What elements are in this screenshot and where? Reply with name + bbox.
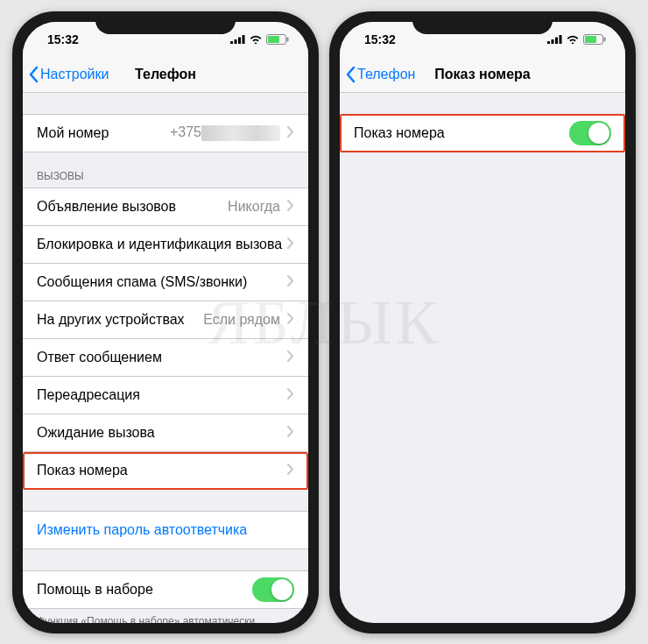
cell-label: Показ номера [354, 125, 569, 141]
chevron-right-icon [287, 425, 294, 441]
svg-rect-9 [555, 38, 558, 45]
cell-label: Объявление вызовов [37, 199, 228, 215]
show-caller-id-cell[interactable]: Показ номера [23, 452, 308, 490]
dial-assist-toggle[interactable] [252, 577, 294, 602]
chevron-right-icon [287, 387, 294, 403]
wifi-icon [566, 34, 580, 44]
announce-calls-cell[interactable]: Объявление вызовов Никогда [23, 188, 308, 226]
svg-rect-10 [560, 35, 562, 44]
page-title: Телефон [135, 67, 196, 82]
cell-value: Если рядом [203, 312, 280, 328]
cell-label: Изменить пароль автоответчика [37, 522, 294, 538]
svg-rect-3 [243, 35, 245, 44]
page-title: Показ номера [434, 67, 530, 82]
back-button[interactable]: Телефон [345, 66, 415, 83]
phone-frame-left: 15:32 Настройки Телефон Мой номер +375 В… [12, 11, 319, 633]
chevron-left-icon [345, 66, 356, 83]
respond-text-cell[interactable]: Ответ сообщением [23, 339, 308, 377]
status-time: 15:32 [47, 32, 79, 46]
chevron-right-icon [287, 199, 294, 215]
chevron-right-icon [287, 463, 294, 478]
back-button[interactable]: Настройки [28, 66, 109, 83]
back-label: Телефон [357, 67, 415, 82]
cell-label: Переадресация [37, 387, 287, 403]
settings-content[interactable]: Показ номера [340, 93, 625, 623]
settings-content[interactable]: Мой номер +375 ВЫЗОВЫ Объявление вызовов… [23, 93, 308, 623]
dial-assist-cell: Помощь в наборе [23, 570, 308, 609]
section-header-calls: ВЫЗОВЫ [23, 152, 308, 188]
svg-rect-8 [552, 39, 554, 44]
battery-icon [583, 34, 606, 45]
cell-label: Сообщения спама (SMS/звонки) [37, 274, 287, 290]
dial-assist-footer: Функция «Помощь в наборе» автоматически … [23, 609, 308, 623]
nav-bar: Настройки Телефон [23, 57, 308, 93]
cell-value: Никогда [228, 199, 280, 215]
svg-rect-13 [604, 37, 606, 41]
spam-cell[interactable]: Сообщения спама (SMS/звонки) [23, 264, 308, 301]
cell-label: Ответ сообщением [37, 350, 287, 365]
my-number-cell[interactable]: Мой номер +375 [23, 114, 308, 152]
cell-label: На других устройствах [37, 312, 203, 328]
nav-bar: Телефон Показ номера [340, 57, 625, 93]
cellular-icon [547, 34, 562, 44]
chevron-right-icon [287, 274, 294, 290]
cell-label: Ожидание вызова [37, 425, 287, 441]
cell-label: Показ номера [37, 463, 287, 478]
chevron-left-icon [28, 66, 39, 83]
battery-icon [266, 34, 289, 45]
other-devices-cell[interactable]: На других устройствах Если рядом [23, 301, 308, 339]
my-number-value: +375 [170, 124, 280, 141]
notch [412, 11, 553, 34]
forwarding-cell[interactable]: Переадресация [23, 377, 308, 414]
block-id-cell[interactable]: Блокировка и идентификация вызова [23, 226, 308, 264]
chevron-right-icon [287, 350, 294, 365]
change-voicemail-password-cell[interactable]: Изменить пароль автоответчика [23, 511, 308, 549]
chevron-right-icon [287, 312, 294, 328]
svg-rect-7 [547, 41, 550, 44]
cellular-icon [230, 34, 245, 44]
chevron-right-icon [287, 237, 294, 252]
svg-rect-5 [268, 36, 279, 43]
status-icons [230, 34, 289, 45]
back-label: Настройки [40, 67, 109, 82]
status-time: 15:32 [364, 32, 396, 46]
cell-label: Помощь в наборе [37, 582, 252, 598]
screen-left: 15:32 Настройки Телефон Мой номер +375 В… [23, 22, 308, 623]
phone-frame-right: 15:32 Телефон Показ номера Показ номера [329, 11, 636, 633]
show-caller-id-toggle-cell: Показ номера [340, 114, 625, 152]
chevron-right-icon [287, 125, 294, 141]
svg-rect-12 [585, 36, 596, 43]
svg-rect-1 [235, 39, 237, 44]
svg-rect-2 [238, 38, 241, 45]
call-waiting-cell[interactable]: Ожидание вызова [23, 414, 308, 452]
screen-right: 15:32 Телефон Показ номера Показ номера [340, 22, 625, 623]
svg-rect-6 [287, 37, 289, 41]
svg-rect-0 [230, 41, 233, 44]
show-caller-id-toggle[interactable] [569, 121, 611, 145]
redacted-number [201, 125, 280, 141]
notch [95, 11, 236, 34]
status-icons [547, 34, 606, 45]
cell-label: Блокировка и идентификация вызова [37, 237, 287, 252]
wifi-icon [249, 34, 263, 44]
my-number-label: Мой номер [37, 125, 170, 141]
